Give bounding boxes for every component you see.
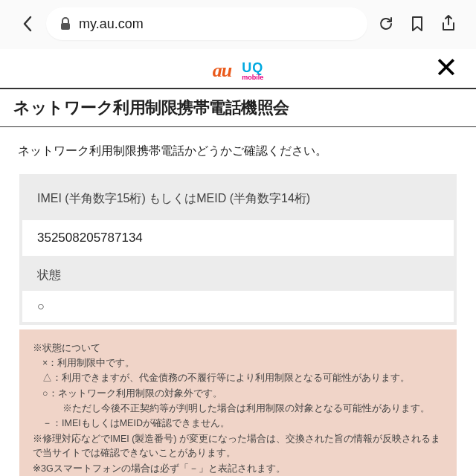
instruction-text: ネットワーク利用制限携帯電話かどうかご確認ください。 <box>0 127 476 174</box>
imei-value[interactable]: 352508205787134 <box>22 220 454 256</box>
note-footer: ※3Gスマートフォンの場合は必ず「－」と表記されます。 <box>33 462 443 476</box>
uq-mobile-logo: UQ mobile <box>242 61 263 81</box>
reload-icon <box>377 15 395 33</box>
close-button[interactable]: ✕ <box>434 54 458 82</box>
url-bar[interactable]: my.au.com <box>46 7 367 40</box>
url-text: my.au.com <box>79 16 144 32</box>
note-item: △：利用できますが、代金債務の不履行等により利用制限となる可能性があります。 <box>33 371 443 385</box>
note-item: －：IMEIもしくはMEIDが確認できません。 <box>33 416 443 431</box>
share-icon <box>440 14 457 33</box>
page-title: ネットワーク利用制限携帯電話機照会 <box>0 88 476 127</box>
note-footer: ※修理対応などでIMEI (製造番号) が変更になった場合は、交換された旨の情報… <box>33 432 443 461</box>
browser-toolbar: my.au.com <box>0 0 476 49</box>
svg-rect-0 <box>61 23 70 30</box>
lookup-form: IMEI (半角数字15桁) もしくはMEID (半角数字14桁) 352508… <box>19 174 457 325</box>
back-button[interactable] <box>15 15 40 33</box>
share-button[interactable] <box>436 14 461 33</box>
bookmark-button[interactable] <box>405 15 430 33</box>
status-value: ○ <box>22 291 454 322</box>
reload-button[interactable] <box>373 15 399 33</box>
status-explanation: ※状態について ×：利用制限中です。 △：利用できますが、代金債務の不履行等によ… <box>19 329 457 476</box>
au-logo: au <box>213 60 231 82</box>
page-header: au UQ mobile ✕ <box>0 49 476 88</box>
status-label: 状態 <box>22 257 454 291</box>
bookmark-icon <box>410 15 425 33</box>
imei-label: IMEI (半角数字15桁) もしくはMEID (半角数字14桁) <box>22 177 454 220</box>
note-subitem: ※ただし今後不正契約等が判明した場合は利用制限の対象となる可能性があります。 <box>33 402 443 416</box>
page-content: au UQ mobile ✕ ネットワーク利用制限携帯電話機照会 ネットワーク利… <box>0 49 476 476</box>
note-item: ○：ネットワーク利用制限の対象外です。 <box>33 387 443 401</box>
lock-icon <box>60 17 71 30</box>
brand-logos: au UQ mobile <box>213 60 263 82</box>
note-item: ×：利用制限中です。 <box>33 356 443 370</box>
chevron-left-icon <box>22 15 33 33</box>
note-heading: ※状態について <box>33 341 443 356</box>
